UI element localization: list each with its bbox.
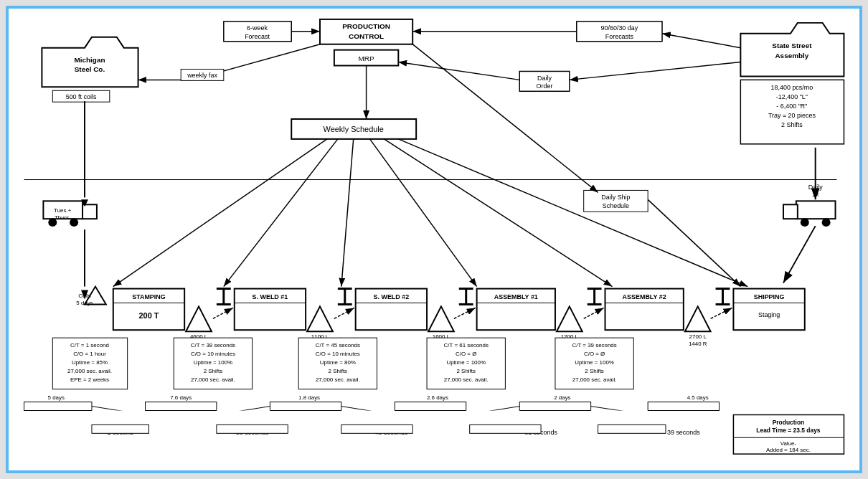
svg-text:Tues.+: Tues.+ xyxy=(54,207,72,214)
svg-text:C/T = 45 seconds: C/T = 45 seconds xyxy=(316,342,360,348)
svg-line-173 xyxy=(591,407,648,415)
svg-point-54 xyxy=(70,218,78,227)
svg-text:640 R: 640 R xyxy=(562,341,577,347)
svg-text:2 Shifts: 2 Shifts xyxy=(329,368,348,374)
svg-text:38 seconds: 38 seconds xyxy=(236,429,269,436)
svg-text:27,000 sec. avail.: 27,000 sec. avail. xyxy=(191,376,235,383)
svg-line-68 xyxy=(783,226,816,283)
svg-text:MRP: MRP xyxy=(359,54,374,62)
svg-line-49 xyxy=(648,199,740,286)
svg-text:Daily: Daily xyxy=(537,75,552,82)
svg-text:C/O = Ø: C/O = Ø xyxy=(584,351,605,357)
svg-text:2 Shifts: 2 Shifts xyxy=(585,368,604,374)
svg-text:4.5 days: 4.5 days xyxy=(687,394,709,401)
svg-text:C/O = 10 minutes: C/O = 10 minutes xyxy=(316,351,360,357)
svg-text:Uptime = 85%: Uptime = 85% xyxy=(72,359,108,366)
svg-text:27,000 sec. avail.: 27,000 sec. avail. xyxy=(444,376,489,383)
svg-line-122 xyxy=(454,308,476,318)
svg-text:1600 L: 1600 L xyxy=(433,333,450,340)
svg-text:5 days: 5 days xyxy=(48,394,65,401)
svg-text:Value-: Value- xyxy=(780,440,797,447)
svg-rect-52 xyxy=(82,204,97,219)
svg-text:600 R: 600 R xyxy=(312,341,327,347)
svg-text:EPE = 2 weeks: EPE = 2 weeks xyxy=(70,376,109,383)
svg-text:1440 R: 1440 R xyxy=(689,341,707,347)
svg-rect-187 xyxy=(470,425,541,433)
svg-line-26 xyxy=(662,34,740,48)
svg-marker-10 xyxy=(740,23,844,77)
svg-rect-178 xyxy=(591,411,648,419)
svg-text:27,000 sec. avail.: 27,000 sec. avail. xyxy=(316,376,360,383)
svg-text:850 R: 850 R xyxy=(433,341,448,347)
svg-rect-8 xyxy=(52,90,110,102)
svg-rect-107 xyxy=(605,289,684,331)
svg-marker-60 xyxy=(81,199,88,207)
svg-text:CONTROL: CONTROL xyxy=(349,32,384,40)
svg-text:18,400 pcs/mo: 18,400 pcs/mo xyxy=(771,84,813,91)
svg-rect-175 xyxy=(217,411,270,419)
svg-text:PRODUCTION: PRODUCTION xyxy=(342,22,390,30)
svg-line-40 xyxy=(113,139,327,287)
svg-point-63 xyxy=(801,218,809,227)
svg-line-35 xyxy=(570,62,741,80)
svg-text:2 Shifts: 2 Shifts xyxy=(204,368,223,374)
svg-text:Schedule: Schedule xyxy=(603,202,629,209)
svg-rect-185 xyxy=(217,425,288,433)
svg-marker-69 xyxy=(85,287,106,305)
svg-text:4600 L: 4600 L xyxy=(190,333,208,340)
svg-rect-168 xyxy=(648,402,719,411)
svg-rect-188 xyxy=(598,425,666,433)
svg-rect-176 xyxy=(341,411,395,419)
svg-marker-5 xyxy=(42,37,138,87)
svg-point-64 xyxy=(822,218,831,227)
diagram-container: PRODUCTION CONTROL MRP Michigan Steel Co… xyxy=(6,6,862,473)
svg-line-170 xyxy=(217,407,270,415)
svg-rect-166 xyxy=(395,402,466,411)
svg-text:C/T = 1 second: C/T = 1 second xyxy=(70,342,109,348)
svg-text:S. WELD #1: S. WELD #1 xyxy=(253,293,288,300)
svg-text:1x: 1x xyxy=(812,191,819,198)
svg-line-43 xyxy=(370,139,477,287)
svg-line-124 xyxy=(711,308,732,318)
svg-text:45 seconds: 45 seconds xyxy=(375,429,408,436)
svg-text:2 Shifts: 2 Shifts xyxy=(456,368,476,374)
svg-text:2700 L: 2700 L xyxy=(689,333,707,340)
svg-rect-167 xyxy=(519,402,590,411)
svg-rect-127 xyxy=(52,338,127,389)
svg-text:Tray = 20 pieces: Tray = 20 pieces xyxy=(768,112,816,119)
svg-text:-12,400 "L": -12,400 "L" xyxy=(776,93,808,100)
svg-rect-3 xyxy=(334,50,398,66)
svg-text:1 second: 1 second xyxy=(108,429,133,436)
svg-text:- 6,400 "R": - 6,400 "R" xyxy=(776,103,807,110)
svg-line-123 xyxy=(584,308,604,318)
svg-text:27,000 sec. avail.: 27,000 sec. avail. xyxy=(67,368,112,374)
svg-rect-23 xyxy=(577,22,662,42)
svg-text:7.6 days: 7.6 days xyxy=(170,394,192,401)
svg-rect-70 xyxy=(113,289,184,331)
svg-text:State Street: State Street xyxy=(772,42,812,49)
svg-text:Assembly: Assembly xyxy=(775,52,808,60)
svg-rect-184 xyxy=(92,425,149,433)
svg-marker-110 xyxy=(685,306,711,331)
svg-text:Added   = 184 sec.: Added = 184 sec. xyxy=(766,447,811,453)
svg-text:Uptime = 100%: Uptime = 100% xyxy=(575,359,613,366)
svg-text:C/O = 1 hour: C/O = 1 hour xyxy=(73,351,106,357)
svg-text:27,000 sec. avail.: 27,000 sec. avail. xyxy=(572,376,617,383)
svg-rect-177 xyxy=(466,411,520,419)
svg-text:C/O = Ø: C/O = Ø xyxy=(456,351,476,357)
svg-text:Thurs.: Thurs. xyxy=(55,214,70,221)
svg-rect-174 xyxy=(92,411,146,419)
svg-text:Coils: Coils xyxy=(78,293,91,299)
svg-text:C/T = 61 seconds: C/T = 61 seconds xyxy=(444,342,489,348)
svg-marker-74 xyxy=(186,306,212,331)
svg-text:C/T = 38 seconds: C/T = 38 seconds xyxy=(191,342,235,348)
svg-rect-165 xyxy=(270,402,341,411)
svg-text:Uptime = 100%: Uptime = 100% xyxy=(194,359,233,366)
svg-text:ASSEMBLY #1: ASSEMBLY #1 xyxy=(494,293,538,300)
svg-line-171 xyxy=(341,407,395,415)
svg-text:C/O = 10 minutes: C/O = 10 minutes xyxy=(191,351,235,357)
svg-marker-92 xyxy=(428,306,454,331)
svg-rect-46 xyxy=(584,190,648,212)
svg-text:Steel Co.: Steel Co. xyxy=(75,65,105,73)
svg-rect-32 xyxy=(519,71,570,91)
